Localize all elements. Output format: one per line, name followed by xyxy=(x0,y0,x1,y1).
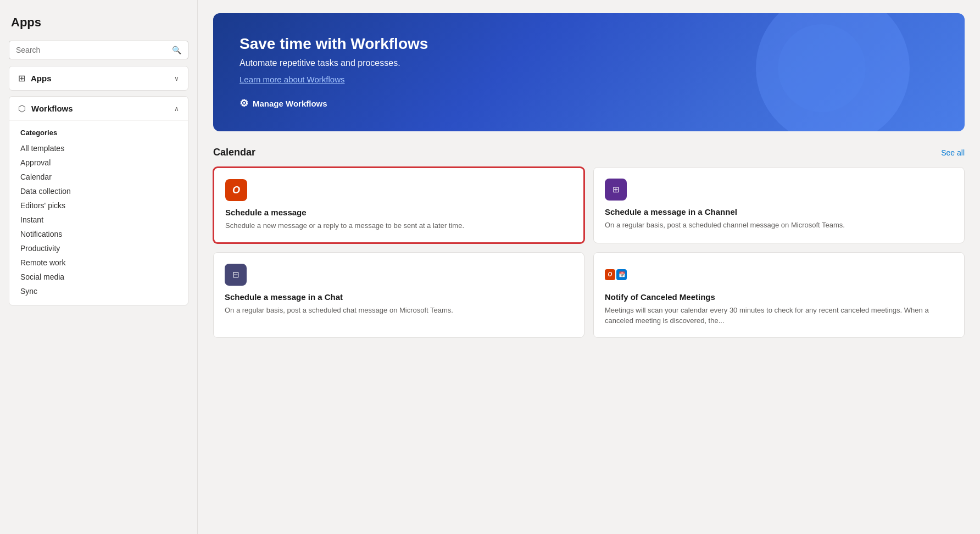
main-content: Save time with Workflows Automate repeti… xyxy=(198,0,980,534)
workflows-label: Workflows xyxy=(31,104,73,113)
category-approval[interactable]: Approval xyxy=(18,155,179,170)
card-notify-canceled-title: Notify of Canceled Meetings xyxy=(605,292,953,302)
workflows-header[interactable]: ⬡ Workflows ∧ xyxy=(9,97,188,120)
office-icon: O xyxy=(232,185,240,196)
hero-title: Save time with Workflows xyxy=(240,35,938,53)
card-schedule-message-desc: Schedule a new message or a reply to a m… xyxy=(225,220,572,231)
apps-icon: ⊞ xyxy=(18,73,25,84)
workflows-icon: ⬡ xyxy=(18,103,26,114)
cards-grid: O Schedule a message Schedule a new mess… xyxy=(213,167,965,338)
card-schedule-message-chat[interactable]: ⊟ Schedule a message in a Chat On a regu… xyxy=(213,252,584,338)
category-notifications[interactable]: Notifications xyxy=(18,227,179,241)
category-all-templates[interactable]: All templates xyxy=(18,141,179,155)
card-icon-office: O xyxy=(225,179,247,201)
card-icon-teams-purple: ⊞ xyxy=(605,179,627,201)
categories-section: Categories All templates Approval Calend… xyxy=(9,120,188,305)
category-instant[interactable]: Instant xyxy=(18,213,179,227)
card-icon-teams-blue: ⊟ xyxy=(225,264,247,286)
card-notify-canceled-desc: Meetings will scan your calendar every 3… xyxy=(605,305,953,326)
card-schedule-chat-desc: On a regular basis, post a scheduled cha… xyxy=(225,305,573,316)
hero-subtitle: Automate repetitive tasks and processes. xyxy=(240,58,938,68)
category-social-media[interactable]: Social media xyxy=(18,270,179,284)
calendar-sub-icon: 📅 xyxy=(619,271,625,277)
manage-workflows-label: Manage Workflows xyxy=(253,99,327,108)
apps-label: Apps xyxy=(31,74,52,83)
card-schedule-message[interactable]: O Schedule a message Schedule a new mess… xyxy=(213,167,584,243)
card-schedule-channel-title: Schedule a message in a Channel xyxy=(605,207,953,216)
category-sync[interactable]: Sync xyxy=(18,284,179,298)
category-productivity[interactable]: Productivity xyxy=(18,241,179,255)
learn-more-link[interactable]: Learn more about Workflows xyxy=(240,75,938,84)
calendar-section-title: Calendar xyxy=(213,147,255,158)
nav-item-left-apps: ⊞ Apps xyxy=(18,73,52,84)
office-sub-icon: O xyxy=(608,271,612,277)
card-schedule-channel-desc: On a regular basis, post a scheduled cha… xyxy=(605,220,953,231)
workflows-section: ⬡ Workflows ∧ Categories All templates A… xyxy=(9,96,188,305)
card-icon-multi: O 📅 xyxy=(605,264,627,286)
category-editors-picks[interactable]: Editors' picks xyxy=(18,198,179,213)
nav-item-left-workflows: ⬡ Workflows xyxy=(18,103,73,114)
teams-chat-icon: ⊟ xyxy=(232,270,240,280)
teams-icon: ⊞ xyxy=(612,185,620,194)
category-calendar[interactable]: Calendar xyxy=(18,170,179,184)
card-schedule-chat-title: Schedule a message in a Chat xyxy=(225,292,573,302)
card-schedule-message-title: Schedule a message xyxy=(225,208,572,217)
workflows-chevron-icon: ∧ xyxy=(174,105,179,113)
manage-workflows-button[interactable]: ⚙ Manage Workflows xyxy=(240,97,327,109)
apps-chevron-icon: ∨ xyxy=(174,75,179,82)
see-all-link[interactable]: See all xyxy=(941,148,965,157)
hero-banner: Save time with Workflows Automate repeti… xyxy=(213,13,965,131)
category-remote-work[interactable]: Remote work xyxy=(18,255,179,270)
sidebar: Apps 🔍 ⊞ Apps ∨ ⬡ Workflows ∧ Categories… xyxy=(0,0,198,534)
card-schedule-message-channel[interactable]: ⊞ Schedule a message in a Channel On a r… xyxy=(593,167,965,243)
sidebar-item-apps[interactable]: ⊞ Apps ∨ xyxy=(9,66,188,91)
card-notify-canceled-meetings[interactable]: O 📅 Notify of Canceled Meetings Meetings… xyxy=(593,252,965,338)
search-box[interactable]: 🔍 xyxy=(9,41,188,59)
gear-icon: ⚙ xyxy=(240,97,248,109)
sidebar-title: Apps xyxy=(9,11,188,36)
search-input[interactable] xyxy=(16,46,168,54)
search-icon: 🔍 xyxy=(172,46,181,54)
calendar-section-header: Calendar See all xyxy=(213,147,965,158)
category-data-collection[interactable]: Data collection xyxy=(18,184,179,198)
categories-title: Categories xyxy=(18,125,179,141)
